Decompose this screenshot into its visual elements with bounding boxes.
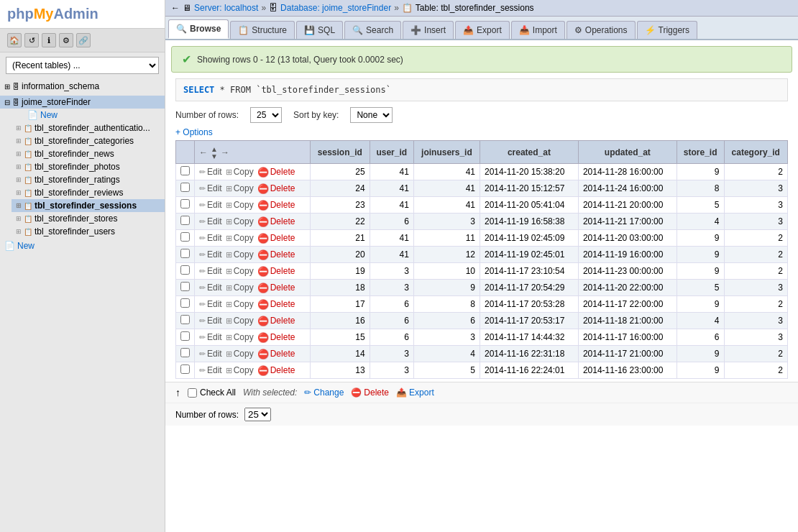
th-user-id[interactable]: user_id <box>370 141 413 164</box>
row-checkbox-3[interactable] <box>180 216 190 225</box>
scroll-up-icon[interactable]: ↑ <box>175 387 180 398</box>
db-information-schema-label[interactable]: ⊞ 🗄 information_schema <box>0 80 165 93</box>
edit-link-6[interactable]: Edit <box>207 266 222 276</box>
delete-action[interactable]: ⛔ Delete <box>351 387 389 398</box>
table-news[interactable]: ⊞ 📋 tbl_storefinder_news <box>12 147 165 160</box>
info-icon[interactable]: ℹ <box>42 33 56 47</box>
table-users[interactable]: ⊞ 📋 tbl_storefinder_users <box>12 225 165 238</box>
delete-link-12[interactable]: Delete <box>270 365 295 375</box>
nav-left[interactable]: ← <box>199 147 208 157</box>
edit-link-11[interactable]: Edit <box>207 349 222 359</box>
delete-link-4[interactable]: Delete <box>270 233 295 243</box>
options-link[interactable]: + Options <box>175 127 213 137</box>
tab-search[interactable]: 🔍 Search <box>344 21 401 39</box>
tab-export[interactable]: 📤 Export <box>455 21 510 39</box>
db-joime-label[interactable]: ⊟ 🗄 joime_storeFinder <box>0 96 165 109</box>
edit-link-10[interactable]: Edit <box>207 332 222 342</box>
nav-right[interactable]: → <box>221 147 229 157</box>
link-icon[interactable]: 🔗 <box>76 33 91 47</box>
tab-insert[interactable]: ➕ Insert <box>403 21 454 39</box>
table-categories[interactable]: ⊞ 📋 tbl_storefinder_categories <box>12 134 165 147</box>
delete-link-10[interactable]: Delete <box>270 332 295 342</box>
num-rows-select[interactable]: 25 <box>250 107 282 123</box>
tab-browse[interactable]: 🔍 Browse <box>168 19 229 39</box>
row-checkbox-2[interactable] <box>180 199 190 208</box>
row-checkbox-1[interactable] <box>180 183 190 192</box>
delete-link-11[interactable]: Delete <box>270 349 295 359</box>
delete-link-2[interactable]: Delete <box>270 200 295 210</box>
settings-icon[interactable]: ⚙ <box>59 33 73 47</box>
row-checkbox-11[interactable] <box>180 348 190 357</box>
tab-structure[interactable]: 📋 Structure <box>230 21 295 39</box>
edit-link-12[interactable]: Edit <box>207 365 222 375</box>
change-action[interactable]: ✏ Change <box>304 387 344 398</box>
copy-link-12[interactable]: Copy <box>234 365 254 375</box>
breadcrumb-database[interactable]: Database: joime_storeFinder <box>280 3 391 13</box>
th-category-id[interactable]: category_id <box>724 141 788 164</box>
row-checkbox-7[interactable] <box>180 282 190 291</box>
new-bottom-link[interactable]: 📄 New <box>0 239 165 252</box>
tab-triggers[interactable]: ⚡ Triggers <box>637 21 698 39</box>
delete-link-7[interactable]: Delete <box>270 283 295 293</box>
delete-link-9[interactable]: Delete <box>270 316 295 326</box>
th-created-at[interactable]: created_at <box>480 141 578 164</box>
edit-link-1[interactable]: Edit <box>207 183 222 193</box>
table-stores[interactable]: ⊞ 📋 tbl_storefinder_stores <box>12 212 165 225</box>
delete-link-0[interactable]: Delete <box>270 167 295 177</box>
tab-sql[interactable]: 💾 SQL <box>296 21 343 39</box>
edit-link-4[interactable]: Edit <box>207 233 222 243</box>
edit-link-0[interactable]: Edit <box>207 167 222 177</box>
table-photos[interactable]: ⊞ 📋 tbl_storefinder_photos <box>12 160 165 173</box>
sort-select[interactable]: None <box>350 107 393 123</box>
copy-link-8[interactable]: Copy <box>234 299 254 309</box>
row-checkbox-9[interactable] <box>180 315 190 324</box>
row-checkbox-8[interactable] <box>180 298 190 308</box>
copy-link-11[interactable]: Copy <box>234 349 254 359</box>
breadcrumb-server[interactable]: Server: localhost <box>194 3 258 13</box>
copy-link-10[interactable]: Copy <box>234 332 254 342</box>
table-reviews[interactable]: ⊞ 📋 tbl_storefinder_reviews <box>12 186 165 199</box>
footer-num-rows-select[interactable]: 25 <box>244 408 271 421</box>
copy-link-4[interactable]: Copy <box>234 233 254 243</box>
recent-tables-select[interactable]: (Recent tables) ... <box>6 57 159 74</box>
new-table-link[interactable]: 📄 New <box>12 109 165 121</box>
copy-link-5[interactable]: Copy <box>234 249 254 260</box>
row-checkbox-0[interactable] <box>180 166 190 175</box>
edit-link-9[interactable]: Edit <box>207 316 222 326</box>
copy-link-3[interactable]: Copy <box>234 216 254 226</box>
copy-link-6[interactable]: Copy <box>234 266 254 276</box>
row-checkbox-4[interactable] <box>180 232 190 242</box>
row-checkbox-5[interactable] <box>180 249 190 258</box>
edit-link-8[interactable]: Edit <box>207 299 222 309</box>
edit-link-3[interactable]: Edit <box>207 216 222 226</box>
th-joinusers-id[interactable]: joinusers_id <box>413 141 480 164</box>
home-icon[interactable]: 🏠 <box>7 33 22 47</box>
tab-import[interactable]: 📥 Import <box>511 21 565 39</box>
table-ratings[interactable]: ⊞ 📋 tbl_storefinder_ratings <box>12 173 165 186</box>
edit-link-2[interactable]: Edit <box>207 200 222 210</box>
row-checkbox-6[interactable] <box>180 265 190 275</box>
copy-link-2[interactable]: Copy <box>234 200 254 210</box>
delete-link-1[interactable]: Delete <box>270 183 295 193</box>
row-checkbox-10[interactable] <box>180 331 190 341</box>
row-checkbox-12[interactable] <box>180 364 190 374</box>
edit-link-7[interactable]: Edit <box>207 283 222 293</box>
delete-link-6[interactable]: Delete <box>270 266 295 276</box>
export-action[interactable]: 📤 Export <box>396 387 434 398</box>
check-all-checkbox[interactable] <box>188 388 197 398</box>
copy-link-1[interactable]: Copy <box>234 183 254 193</box>
table-authentication[interactable]: ⊞ 📋 tbl_storefinder_authenticatio... <box>12 121 165 134</box>
edit-link-5[interactable]: Edit <box>207 249 222 260</box>
th-session-id[interactable]: session_id <box>311 141 370 164</box>
table-sessions[interactable]: ⊞ 📋 tbl_storefinder_sessions <box>12 199 165 212</box>
delete-link-3[interactable]: Delete <box>270 216 295 226</box>
th-updated-at[interactable]: updated_at <box>578 141 677 164</box>
copy-link-7[interactable]: Copy <box>234 283 254 293</box>
delete-link-8[interactable]: Delete <box>270 299 295 309</box>
delete-link-5[interactable]: Delete <box>270 249 295 260</box>
copy-link-0[interactable]: Copy <box>234 167 254 177</box>
tab-operations[interactable]: ⚙ Operations <box>567 21 636 39</box>
th-store-id[interactable]: store_id <box>677 141 724 164</box>
refresh-icon[interactable]: ↺ <box>24 33 39 47</box>
copy-link-9[interactable]: Copy <box>234 316 254 326</box>
